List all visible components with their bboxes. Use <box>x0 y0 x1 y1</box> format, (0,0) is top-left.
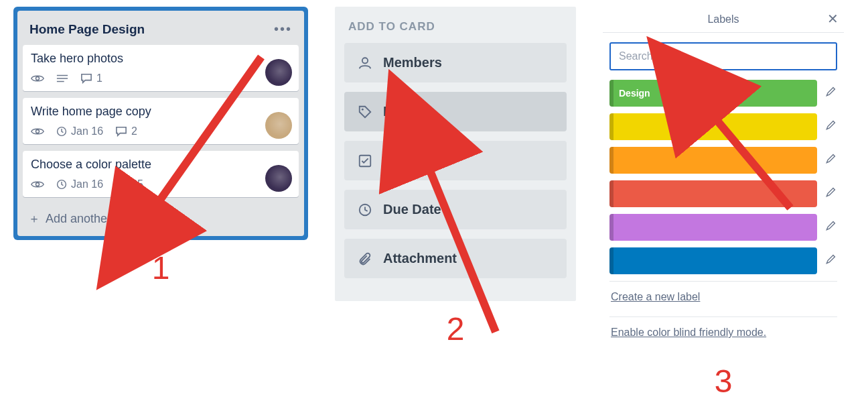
card-badges: Jan 16 2 <box>31 125 291 137</box>
pencil-icon[interactable] <box>825 86 837 100</box>
comments-badge: 1 <box>80 72 102 84</box>
labels-popover: Labels ✕ Design <box>603 7 844 353</box>
pencil-icon[interactable] <box>825 120 837 133</box>
plus-icon: ＋ <box>28 211 40 227</box>
due-badge: Jan 16 <box>56 178 103 190</box>
card[interactable]: Write home page copy Jan 16 2 <box>23 98 299 144</box>
pencil-icon[interactable] <box>825 254 837 268</box>
due-badge: Jan 16 <box>56 125 103 137</box>
checklist-button[interactable]: Checklist <box>344 141 567 180</box>
add-to-card-sidebar: ADD TO CARD Members Labels Checklist Due… <box>335 7 576 301</box>
svg-point-0 <box>36 77 40 80</box>
add-card-button[interactable]: ＋ Add another card <box>23 204 299 228</box>
svg-point-5 <box>362 58 368 63</box>
avatar[interactable] <box>265 165 292 192</box>
card-badges: Jan 16 25 <box>31 178 291 190</box>
svg-point-3 <box>36 183 40 186</box>
tag-icon <box>358 105 372 119</box>
label-green[interactable]: Design <box>609 80 817 107</box>
label-search-input[interactable] <box>609 42 837 70</box>
description-icon <box>56 74 68 83</box>
watch-icon <box>31 180 44 189</box>
trello-list: Home Page Design ••• Take hero photos <box>13 7 308 240</box>
check-icon <box>358 154 372 168</box>
label-yellow[interactable] <box>609 113 817 140</box>
pencil-icon[interactable] <box>825 221 837 234</box>
colorblind-mode-link[interactable]: Enable color blind friendly mode. <box>603 323 844 347</box>
clip-icon <box>358 251 372 266</box>
label-orange[interactable] <box>609 147 817 174</box>
pencil-icon[interactable] <box>825 154 837 167</box>
due-date-button[interactable]: Due Date <box>344 190 567 229</box>
card[interactable]: Take hero photos 1 <box>23 45 299 91</box>
list-menu-icon[interactable]: ••• <box>274 21 292 37</box>
watch-icon <box>31 74 44 83</box>
card-title: Choose a color palette <box>31 158 291 172</box>
svg-point-1 <box>36 130 40 133</box>
card[interactable]: Choose a color palette Jan 16 25 <box>23 151 299 197</box>
card-title: Write home page copy <box>31 105 291 119</box>
comments-badge: 2 <box>115 125 137 137</box>
label-name: Design <box>619 88 650 99</box>
sidebar-heading: ADD TO CARD <box>344 20 567 34</box>
step-number: 1 <box>152 249 170 286</box>
list-title[interactable]: Home Page Design <box>29 22 145 37</box>
watch-icon <box>31 127 44 136</box>
sidebar-item-label: Labels <box>383 104 425 119</box>
popover-title: Labels <box>707 13 739 25</box>
avatar[interactable] <box>265 59 292 86</box>
label-red[interactable] <box>609 180 817 207</box>
create-label-link[interactable]: Create a new label <box>603 287 844 311</box>
card-title: Take hero photos <box>31 52 291 66</box>
label-blue[interactable] <box>609 247 817 274</box>
add-card-label: Add another card <box>46 212 138 226</box>
avatar[interactable] <box>265 112 292 139</box>
members-button[interactable]: Members <box>344 43 567 82</box>
labels-button[interactable]: Labels <box>344 92 567 131</box>
clock-icon <box>358 202 372 217</box>
pencil-icon[interactable] <box>825 187 837 200</box>
person-icon <box>358 56 372 70</box>
attachment-button[interactable]: Attachment <box>344 239 567 278</box>
close-icon[interactable]: ✕ <box>827 11 839 27</box>
svg-point-6 <box>362 108 364 110</box>
sidebar-item-label: Due Date <box>383 202 441 217</box>
sidebar-item-label: Attachment <box>383 251 457 266</box>
sidebar-item-label: Checklist <box>383 153 443 168</box>
label-purple[interactable] <box>609 214 817 241</box>
sidebar-item-label: Members <box>383 55 442 70</box>
card-badges: 1 <box>31 72 291 84</box>
comments-badge: 25 <box>115 178 143 190</box>
step-number: 2 <box>447 310 465 347</box>
step-number: 3 <box>715 363 733 400</box>
